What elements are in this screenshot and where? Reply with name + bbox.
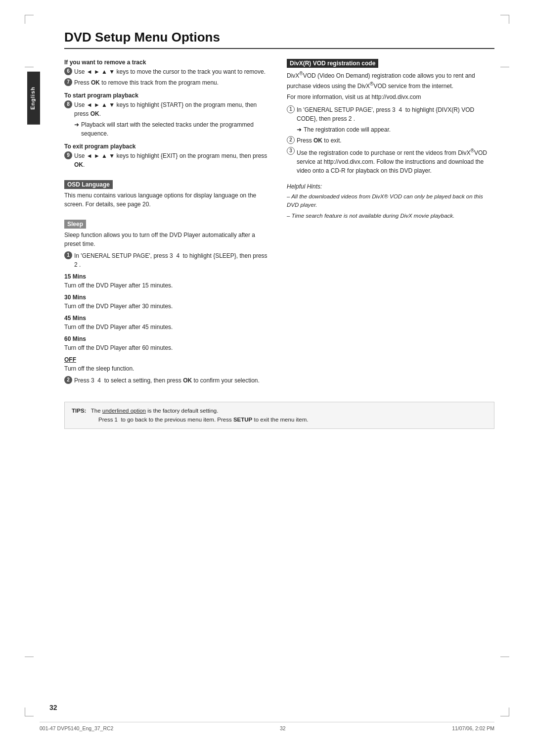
off-text: Turn off the sleep function. xyxy=(64,364,272,373)
sleep-step-2-num: 2 xyxy=(64,376,72,384)
sleep-step-1: 1 In 'GENERAL SETUP PAGE', press 3 4 to … xyxy=(64,251,272,269)
helpful-hint-1: – All the downloaded videos from DivX® V… xyxy=(287,192,494,210)
step-6: 6 Use ◄ ► ▲ ▼ keys to move the cursor to… xyxy=(64,67,272,76)
arrow-symbol: ➜ xyxy=(74,120,79,129)
page: English DVD Setup Menu Options If you wa… xyxy=(0,0,534,756)
col-left: If you want to remove a track 6 Use ◄ ► … xyxy=(64,54,272,387)
footer-left: 001-47 DVP5140_Eng_37_RC2 xyxy=(40,725,113,731)
footer-bar: 001-47 DVP5140_Eng_37_RC2 32 11/07/06, 2… xyxy=(40,722,494,731)
mins30-heading: 30 Mins xyxy=(64,294,272,301)
sleep-off-section: OFF Turn off the sleep function. xyxy=(64,356,272,373)
divx-step-3-text: Use the registration code to purchase or… xyxy=(297,147,494,175)
divx-step-1-text: In 'GENERAL SETUP PAGE', press 3 4 to hi… xyxy=(297,105,494,123)
tips-line-1: TIPS: The underlined option is the facto… xyxy=(72,406,487,415)
corner-mark-tr xyxy=(500,15,509,24)
underlined-option-text: underlined option xyxy=(102,408,146,414)
sleep-step-1-text: In 'GENERAL SETUP PAGE', press 3 4 to hi… xyxy=(74,251,272,269)
off-heading: OFF xyxy=(64,356,272,363)
mins30-text: Turn off the DVD Player after 30 minutes… xyxy=(64,302,272,311)
helpful-hint-2: – Time search feature is not available d… xyxy=(287,212,494,220)
sleep-mins15-section: 15 Mins Turn off the DVD Player after 15… xyxy=(64,273,272,290)
mins45-text: Turn off the DVD Player after 45 minutes… xyxy=(64,323,272,331)
divx-step-1: 1 In 'GENERAL SETUP PAGE', press 3 4 to … xyxy=(287,105,494,123)
tips-bar: TIPS: The underlined option is the facto… xyxy=(64,402,494,429)
divx-vod-text1: DivX®VOD (Video On Demand) registration … xyxy=(287,70,494,91)
osd-language-heading: OSD Language xyxy=(64,180,113,189)
mins45-heading: 45 Mins xyxy=(64,315,272,322)
divx-step-1-num: 1 xyxy=(287,105,295,113)
two-col-layout: If you want to remove a track 6 Use ◄ ► … xyxy=(64,54,494,387)
sleep-mins60-section: 60 Mins Turn off the DVD Player after 60… xyxy=(64,335,272,352)
page-title: DVD Setup Menu Options xyxy=(64,30,494,49)
sleep-step-1-num: 1 xyxy=(64,251,72,259)
step-8-text: Use ◄ ► ▲ ▼ keys to highlight {START} on… xyxy=(74,100,272,118)
col-right: DivX(R) VOD registration code DivX®VOD (… xyxy=(287,54,494,387)
divx-step-3: 3 Use the registration code to purchase … xyxy=(287,147,494,175)
start-playback-arrow: ➜ Playback will start with the selected … xyxy=(74,120,272,138)
main-content: DVD Setup Menu Options If you want to re… xyxy=(64,30,494,429)
tips-line-2: Press 1 to go back to the previous menu … xyxy=(98,415,487,424)
step-6-num: 6 xyxy=(64,67,72,75)
divx-step-2-num: 2 xyxy=(287,136,295,144)
mins15-text: Turn off the DVD Player after 15 minutes… xyxy=(64,281,272,290)
divx-step-3-num: 3 xyxy=(287,147,295,155)
start-playback-heading: To start program playback xyxy=(64,92,272,99)
step-8-num: 8 xyxy=(64,100,72,108)
divx-arrow-1: ➜ The registration code will appear. xyxy=(297,125,494,134)
side-mark-right-bottom xyxy=(500,657,509,657)
corner-mark-tl xyxy=(25,15,34,24)
step-9-num: 9 xyxy=(64,151,72,159)
arrow-symbol-2: ➜ xyxy=(297,125,302,134)
step-7-text: Press OK to remove this track from the p… xyxy=(74,78,219,87)
step-7-num: 7 xyxy=(64,78,72,86)
sleep-step-2: 2 Press 3 4 to select a setting, then pr… xyxy=(64,376,272,385)
page-number-left: 32 xyxy=(49,704,57,711)
side-mark-right-top xyxy=(500,67,509,67)
start-playback-arrow-text: Playback will start with the selected tr… xyxy=(81,120,272,138)
sleep-mins45-section: 45 Mins Turn off the DVD Player after 45… xyxy=(64,315,272,331)
sleep-mins30-section: 30 Mins Turn off the DVD Player after 30… xyxy=(64,294,272,311)
side-mark-left-top xyxy=(25,67,34,67)
footer-right: 11/07/06, 2:02 PM xyxy=(452,725,494,731)
divx-step-2: 2 Press OK to exit. xyxy=(287,136,494,145)
sleep-heading: Sleep xyxy=(64,220,86,229)
step-9-text: Use ◄ ► ▲ ▼ keys to highlight {EXIT} on … xyxy=(74,151,272,169)
divx-vod-heading: DivX(R) VOD registration code xyxy=(287,59,378,68)
sleep-text: Sleep function allows you to turn off th… xyxy=(64,231,272,248)
corner-mark-bl xyxy=(25,708,34,716)
divx-vod-section: DivX(R) VOD registration code DivX®VOD (… xyxy=(287,54,494,175)
step-8: 8 Use ◄ ► ▲ ▼ keys to highlight {START} … xyxy=(64,100,272,118)
mins60-heading: 60 Mins xyxy=(64,335,272,342)
helpful-hints-heading: Helpful Hints: xyxy=(287,182,494,191)
exit-playback-heading: To exit program playback xyxy=(64,143,272,150)
corner-mark-br xyxy=(500,708,509,716)
mins60-text: Turn off the DVD Player after 60 minutes… xyxy=(64,343,272,352)
remove-track-heading: If you want to remove a track xyxy=(64,59,272,66)
step-9: 9 Use ◄ ► ▲ ▼ keys to highlight {EXIT} o… xyxy=(64,151,272,169)
english-label: English xyxy=(30,87,36,110)
tips-label: TIPS: xyxy=(72,408,86,414)
step-7: 7 Press OK to remove this track from the… xyxy=(64,78,272,87)
divx-vod-text2: For more information, visit us at http:/… xyxy=(287,93,494,101)
divx-step-2-text: Press OK to exit. xyxy=(297,136,342,145)
helpful-hints-section: Helpful Hints: – All the downloaded vide… xyxy=(287,182,494,220)
english-tab: English xyxy=(27,72,40,125)
side-mark-left-bottom xyxy=(25,657,34,657)
sleep-step-2-text: Press 3 4 to select a setting, then pres… xyxy=(74,376,260,385)
osd-language-text: This menu contains various language opti… xyxy=(64,191,272,209)
footer-center: 32 xyxy=(280,725,286,731)
mins15-heading: 15 Mins xyxy=(64,273,272,280)
divx-arrow-text: The registration code will appear. xyxy=(304,125,391,134)
step-6-text: Use ◄ ► ▲ ▼ keys to move the cursor to t… xyxy=(74,67,266,76)
